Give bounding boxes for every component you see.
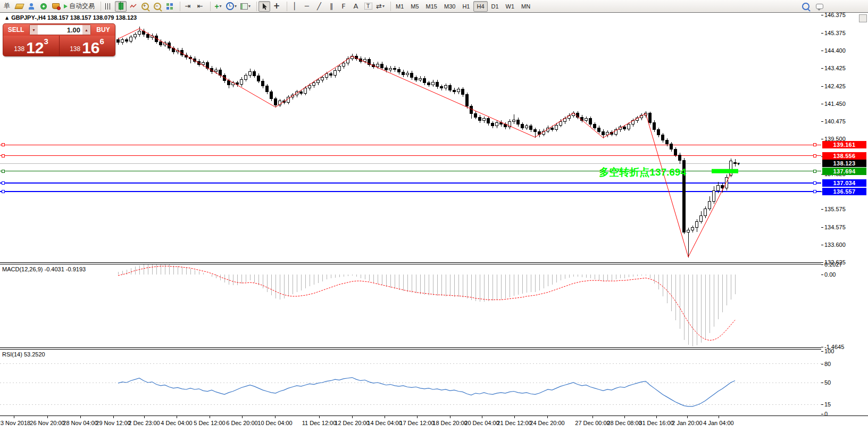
toolbar-right-group: [800, 1, 825, 12]
time-label: 21 Dec 12:00: [497, 420, 531, 426]
timeframe-MN[interactable]: MN: [518, 1, 533, 12]
search-button[interactable]: [800, 1, 812, 12]
auto-scroll-button[interactable]: ⇥: [182, 1, 194, 12]
template-button[interactable]: ▾: [239, 1, 252, 12]
line-handle: [813, 144, 816, 146]
panel-splitter[interactable]: [0, 262, 868, 264]
time-label: 2 Jan 20:00: [672, 420, 703, 426]
price-tick-mark: [821, 15, 823, 15]
volume-decrease-button[interactable]: ▾: [30, 25, 38, 35]
tile-windows-button[interactable]: [164, 1, 176, 12]
volume-increase-button[interactable]: ▴: [82, 25, 90, 35]
zoom-out-button[interactable]: [152, 1, 163, 12]
price-tick-mark: [821, 262, 823, 263]
period-button[interactable]: ▾: [224, 1, 238, 12]
macd-panel[interactable]: [0, 264, 821, 347]
rsi-axis-label: 100: [824, 348, 834, 354]
axis-corner-button[interactable]: [859, 14, 867, 22]
chat-button[interactable]: [814, 1, 825, 12]
toolbar-separator: [388, 2, 391, 11]
time-tick-mark: [210, 416, 210, 418]
buy-price[interactable]: 138 16 6: [59, 36, 115, 56]
time-label: 2 Dec 23:00: [128, 420, 160, 426]
auto-scroll-icon: ⇥: [185, 3, 191, 10]
time-label: 31 Dec 16:00: [639, 420, 673, 426]
text-tool-button[interactable]: A: [350, 1, 362, 12]
collapse-one-click-icon[interactable]: ▲: [5, 15, 9, 20]
search-icon: [802, 3, 809, 10]
channel-tool-button[interactable]: ∥: [326, 1, 337, 12]
price-tick: 144.400: [824, 47, 846, 54]
zoom-in-button[interactable]: [139, 1, 151, 12]
price-tick-mark: [821, 227, 823, 228]
object-marker: ▾: [737, 161, 740, 167]
time-tick-mark: [624, 416, 625, 418]
new-order-icon[interactable]: [13, 1, 25, 12]
price-tick-mark: [821, 33, 823, 34]
trendline-icon: ╱: [317, 3, 321, 10]
time-label: 4 Jan 04:00: [703, 420, 734, 426]
macd-tick-mark: [821, 264, 823, 265]
macd-axis-label: 0.2027: [824, 261, 842, 268]
market-icon[interactable]: [50, 1, 62, 12]
chart-shift-button[interactable]: ⇤: [194, 1, 206, 12]
arrows-tool-button[interactable]: ⇄▾: [374, 1, 386, 12]
buy-price-big: 16: [82, 41, 99, 55]
time-label: 28 Nov 04:00: [63, 420, 97, 426]
label-tool-button[interactable]: T: [362, 1, 374, 12]
time-label: 12 Dec 20:00: [335, 420, 369, 426]
toolbar-separator: [177, 2, 180, 11]
profile-icon[interactable]: [26, 1, 37, 12]
cursor-button[interactable]: [258, 1, 270, 12]
horizontal-line-icon: ─: [305, 3, 309, 10]
timeframe-W1[interactable]: W1: [503, 1, 518, 12]
price-tick-mark: [821, 104, 823, 104]
price-tick-mark: [821, 86, 823, 87]
candlestick-chart-button[interactable]: [115, 1, 127, 12]
sell-price-sup: 3: [44, 37, 48, 46]
add-indicator-button[interactable]: + ▾: [212, 1, 224, 12]
price-badge: 138.123: [822, 160, 866, 167]
toolbar-separator: [284, 2, 287, 11]
sell-button[interactable]: SELL: [3, 24, 29, 36]
price-tick-mark: [821, 245, 823, 245]
main-chart[interactable]: ▾: [0, 13, 821, 262]
volume-input[interactable]: [38, 25, 82, 35]
timeframe-H4[interactable]: H4: [473, 1, 487, 12]
price-badge: 136.557: [822, 188, 866, 195]
gold-icon: [14, 4, 24, 9]
bar-chart-button[interactable]: [103, 1, 114, 12]
zoom-in-icon: [141, 3, 149, 10]
timeframe-M15[interactable]: M15: [423, 1, 440, 12]
price-badge: 139.161: [822, 141, 866, 148]
channel-icon: ∥: [330, 3, 333, 10]
new-order-partial-button[interactable]: 单: [1, 1, 13, 12]
vertical-line-tool-button[interactable]: │: [289, 1, 301, 12]
price-axis: 146.375145.375144.400143.425142.425141.4…: [821, 13, 868, 416]
line-chart-button[interactable]: [127, 1, 139, 12]
macd-signal-line: [118, 266, 735, 340]
time-label: 4 Dec 04:00: [161, 420, 192, 426]
panel-splitter[interactable]: [0, 347, 868, 350]
buy-button[interactable]: BUY: [91, 24, 115, 36]
sell-price[interactable]: 138 12 3: [3, 36, 59, 56]
line-handle: [2, 144, 4, 146]
rsi-panel[interactable]: [0, 350, 821, 416]
autotrading-button[interactable]: 自动交易: [62, 1, 96, 12]
fibonacci-tool-button[interactable]: F: [338, 1, 349, 12]
crosshair-button[interactable]: +: [271, 1, 282, 12]
time-label: 27 Dec 00:00: [575, 420, 610, 426]
trendline-tool-button[interactable]: ╱: [313, 1, 325, 12]
signals-icon[interactable]: [38, 1, 49, 12]
timeframe-D1[interactable]: D1: [488, 1, 502, 12]
rsi-tick-mark: [821, 404, 823, 405]
timeframe-H1[interactable]: H1: [459, 1, 473, 12]
time-tick-mark: [242, 416, 243, 418]
timeframe-M1[interactable]: M1: [393, 1, 407, 12]
timeframe-M30[interactable]: M30: [441, 1, 458, 12]
horizontal-line-tool-button[interactable]: ─: [301, 1, 313, 12]
time-tick-mark: [547, 416, 548, 418]
timeframe-M5[interactable]: M5: [407, 1, 422, 12]
rsi-tick-mark: [821, 364, 823, 364]
buy-price-sup: 6: [100, 37, 104, 46]
